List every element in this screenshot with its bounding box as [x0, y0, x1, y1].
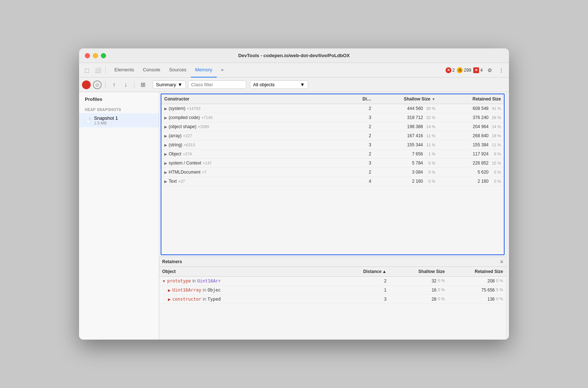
table-row[interactable]: ▶ Object ×274 2 7 656 1 % 117 924 8 % — [161, 150, 504, 159]
maximize-button[interactable] — [101, 53, 106, 58]
retained-value: 268 840 — [473, 133, 489, 138]
shallow-value: 5 784 — [412, 161, 423, 166]
shallow-pct: 0 % — [424, 161, 435, 165]
tab-more[interactable]: » — [217, 63, 228, 78]
tab-console[interactable]: Console — [138, 63, 165, 78]
shallow-pct: 0 % — [424, 179, 435, 183]
expand-arrow-icon[interactable]: ▶ — [164, 107, 167, 111]
expand-arrow-icon[interactable]: ▶ — [164, 179, 167, 183]
object-name: Uint16Array — [172, 288, 201, 293]
cell-shallow: 198 388 14 % — [373, 122, 438, 131]
retained-value: 226 852 — [473, 161, 489, 166]
table-row[interactable]: ▶ (string) ×6313 3 155 344 11 % 155 384 … — [161, 140, 504, 150]
all-objects-dropdown[interactable]: All objects ▼ — [250, 80, 308, 89]
record-button[interactable] — [82, 80, 91, 89]
warning-badge[interactable]: ⚠ 299 — [457, 67, 471, 73]
cursor-icon[interactable]: ⬚ — [82, 66, 91, 75]
retained-pct: 11 % — [490, 143, 501, 147]
more-icon[interactable]: ⋮ — [497, 66, 506, 75]
lower-retained-value: 75 656 — [481, 288, 495, 293]
scrollbar[interactable] — [506, 92, 509, 340]
warning-icon: ⚠ — [457, 67, 463, 73]
lower-cell-retained: 136 0 % — [448, 295, 506, 304]
constructor-count: ×27 — [178, 179, 185, 183]
constructor-count: ×6313 — [184, 143, 195, 147]
lower-shallow-value: 32 — [432, 278, 436, 284]
shallow-pct: 14 % — [424, 124, 435, 129]
table-row[interactable]: ▶ HTMLDocument ×7 2 3 084 0 % 5 620 0 % — [161, 168, 504, 177]
table-row[interactable]: ▶ (array) ×227 2 167 416 11 % 268 840 18… — [161, 131, 504, 140]
lower-shallow-pct: 0 % — [438, 288, 445, 293]
lower-cell-retained: 75 656 5 % — [448, 286, 506, 294]
expand-arrow-icon[interactable]: ▶ — [168, 288, 171, 292]
prohibit-button[interactable]: ⊘ — [93, 80, 102, 89]
constructor-name: system / Context — [169, 161, 201, 166]
lower-table-row[interactable]: ▼ prototype in Uint16Arr 2 32 0 % 208 — [159, 277, 506, 286]
tab-sources[interactable]: Sources — [165, 63, 191, 78]
summary-dropdown[interactable]: Summary ▼ — [153, 80, 186, 89]
table-row[interactable]: ▶ system / Context ×147 3 5 784 0 % 226 … — [161, 159, 504, 168]
device-icon[interactable]: ⬜ — [93, 66, 102, 75]
cell-retained: 155 384 11 % — [438, 140, 504, 149]
cell-retained: 226 852 15 % — [438, 159, 504, 167]
shallow-pct: 22 % — [424, 115, 435, 120]
lower-retained-pct: 5 % — [496, 288, 503, 293]
object-target: Objec — [208, 288, 221, 293]
settings-icon[interactable]: ⚙ — [485, 66, 494, 75]
class-filter-input[interactable] — [188, 80, 246, 89]
lower-cell-retained: 208 0 % — [448, 277, 506, 285]
info-badge[interactable]: ✕ 4 — [473, 67, 483, 73]
upload-icon[interactable]: ↑ — [109, 80, 119, 90]
all-objects-arrow: ▼ — [300, 82, 305, 87]
retained-value: 204 964 — [473, 124, 489, 129]
resize-handle-icon[interactable]: ≡ — [500, 259, 503, 265]
col-header-constructor: Constructor — [161, 94, 351, 104]
close-button[interactable] — [85, 53, 90, 58]
lower-table-row[interactable]: ▶ constructor in Typed 3 28 0 % 136 — [159, 295, 506, 304]
lower-cell-shallow: 32 0 % — [389, 277, 448, 285]
info-icon: ✕ — [473, 67, 479, 73]
tab-elements[interactable]: Elements — [110, 63, 138, 78]
minimize-button[interactable] — [93, 53, 98, 58]
lower-table-body: ▼ prototype in Uint16Arr 2 32 0 % 208 — [159, 277, 506, 304]
table-row[interactable]: ▶ (system) ×14793 2 444 560 30 % 608 548… — [161, 104, 504, 113]
expand-arrow-icon[interactable]: ▶ — [164, 161, 167, 165]
snapshot-1-item[interactable]: 📄 Snapshot 1 1.5 MB — [79, 113, 159, 127]
retained-value: 117 924 — [473, 151, 489, 157]
download-icon[interactable]: ↓ — [121, 80, 130, 90]
shallow-pct: 1 % — [424, 152, 435, 156]
expand-arrow-icon[interactable]: ▶ — [164, 116, 167, 120]
expand-arrow-icon[interactable]: ▶ — [164, 152, 167, 156]
expand-arrow-icon[interactable]: ▶ — [164, 143, 167, 147]
expand-arrow-icon[interactable]: ▶ — [168, 297, 171, 301]
upper-table: Constructor Di… Shallow Size ▼ Retained … — [161, 94, 505, 255]
constructor-count: ×274 — [183, 152, 192, 156]
filter-icon[interactable]: ⊞ — [138, 80, 148, 90]
table-row[interactable]: ▶ Text ×27 4 2 160 0 % 2 160 0 % — [161, 177, 504, 186]
cell-constructor: ▶ (string) ×6313 — [161, 140, 351, 149]
lower-table-row[interactable]: ▶ Uint16Array in Objec 1 16 0 % 75 656 — [159, 286, 506, 295]
expand-arrow-icon[interactable]: ▶ — [164, 134, 167, 138]
summary-label: Summary — [156, 82, 176, 87]
expand-arrow-icon[interactable]: ▶ — [164, 170, 167, 174]
tab-memory[interactable]: Memory — [191, 63, 217, 78]
error-badge[interactable]: ✕ 2 — [446, 67, 455, 73]
shallow-value: 155 344 — [407, 142, 423, 147]
toolbar-separator-1 — [105, 67, 106, 74]
cell-retained: 5 620 0 % — [438, 168, 504, 177]
constructor-name: Text — [169, 179, 177, 184]
cell-distance: 2 — [351, 131, 373, 140]
lower-shallow-pct: 0 % — [438, 297, 445, 302]
table-row[interactable]: ▶ (compiled code) ×7140 3 318 712 22 % 3… — [161, 113, 504, 122]
table-row[interactable]: ▶ (object shape) ×3389 2 198 388 14 % 20… — [161, 122, 504, 131]
lower-cell-object: ▼ prototype in Uint16Arr — [159, 277, 353, 285]
warning-count: 299 — [464, 68, 471, 73]
lower-table: Object Distance ▲ Shallow Size Retained … — [159, 267, 506, 340]
expand-arrow-icon[interactable]: ▶ — [164, 125, 167, 129]
cell-shallow: 444 560 30 % — [373, 104, 438, 113]
snapshot-info: Snapshot 1 1.5 MB — [94, 115, 118, 125]
main-toolbar: ⬚ ⬜ Elements Console Sources Memory » ✕ … — [79, 63, 509, 78]
lower-retained-pct: 0 % — [496, 297, 503, 302]
expand-arrow-icon[interactable]: ▼ — [162, 279, 166, 283]
shallow-value: 7 656 — [412, 151, 423, 157]
